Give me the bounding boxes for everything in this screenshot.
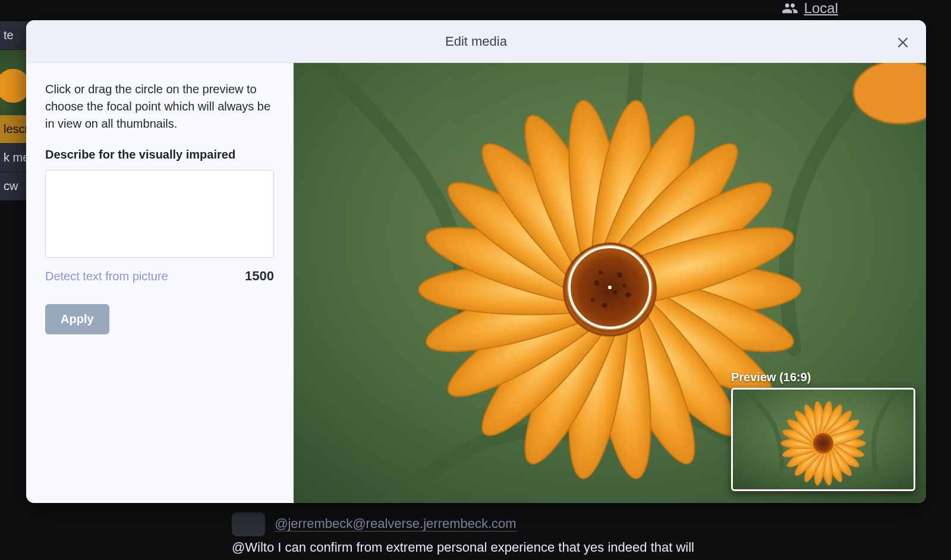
describe-label: Describe for the visually impaired [45,148,274,162]
below-textarea-row: Detect text from picture 1500 [45,268,274,284]
avatar [232,512,265,536]
nav-link-local[interactable]: Local [782,0,838,17]
left-panel: Click or drag the circle on the preview … [26,63,294,503]
close-icon [895,34,911,49]
background-post: @jerrembeck@realverse.jerrembeck.com @Wi… [220,512,951,560]
edit-media-modal: Edit media Click or drag the circle on t… [26,20,926,503]
thumbnail-preview-label: Preview (16:9) [731,371,915,384]
detect-text-link[interactable]: Detect text from picture [45,270,168,283]
post-body: @Wilto I can confirm from extreme person… [232,540,939,555]
thumbnail-preview-image [731,388,915,491]
modal-body: Click or drag the circle on the preview … [26,63,926,503]
focal-instructions: Click or drag the circle on the preview … [45,81,274,132]
preview-area[interactable]: Preview (16:9) [294,63,926,503]
modal-header: Edit media [26,20,926,63]
svg-point-58 [813,433,834,454]
thumbnail-preview: Preview (16:9) [731,371,915,491]
post-handle[interactable]: @jerrembeck@realverse.jerrembeck.com [275,516,517,531]
description-input[interactable] [45,170,274,258]
char-remaining: 1500 [245,268,274,284]
focal-point-handle[interactable] [568,246,651,329]
apply-button[interactable]: Apply [45,304,109,334]
users-icon [782,0,798,17]
nav-link-local-label: Local [804,0,838,17]
close-button[interactable] [893,31,913,52]
modal-title: Edit media [445,34,507,49]
